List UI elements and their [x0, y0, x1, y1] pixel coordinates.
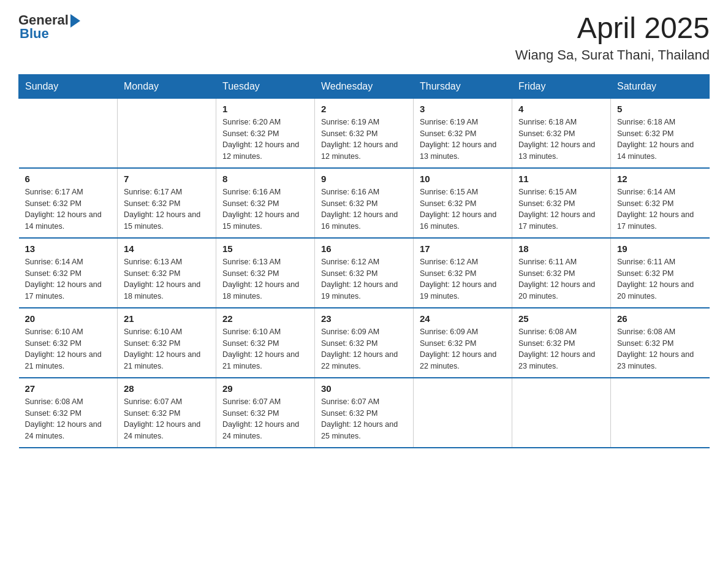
day-number: 18	[518, 243, 604, 254]
cell-week3-day1: 13Sunrise: 6:14 AMSunset: 6:32 PMDayligh…	[19, 238, 118, 308]
day-info: Sunrise: 6:08 AMSunset: 6:32 PMDaylight:…	[25, 396, 112, 442]
cell-week2-day5: 10Sunrise: 6:15 AMSunset: 6:32 PMDayligh…	[414, 168, 512, 238]
day-info: Sunrise: 6:18 AMSunset: 6:32 PMDaylight:…	[617, 117, 703, 163]
day-info: Sunrise: 6:15 AMSunset: 6:32 PMDaylight:…	[518, 186, 604, 232]
week-row-4: 20Sunrise: 6:10 AMSunset: 6:32 PMDayligh…	[19, 308, 710, 378]
day-info: Sunrise: 6:09 AMSunset: 6:32 PMDaylight:…	[321, 326, 407, 372]
day-info: Sunrise: 6:10 AMSunset: 6:32 PMDaylight:…	[222, 326, 308, 372]
cell-week5-day2: 28Sunrise: 6:07 AMSunset: 6:32 PMDayligh…	[118, 378, 216, 448]
cell-week2-day4: 9Sunrise: 6:16 AMSunset: 6:32 PMDaylight…	[315, 168, 414, 238]
header-saturday: Saturday	[611, 74, 710, 98]
page-title: April 2025	[515, 12, 710, 45]
day-number: 26	[617, 313, 703, 324]
calendar-body: 1Sunrise: 6:20 AMSunset: 6:32 PMDaylight…	[19, 98, 710, 448]
cell-week4-day3: 22Sunrise: 6:10 AMSunset: 6:32 PMDayligh…	[216, 308, 315, 378]
cell-week1-day3: 1Sunrise: 6:20 AMSunset: 6:32 PMDaylight…	[216, 98, 315, 168]
day-number: 20	[25, 313, 112, 324]
header-thursday: Thursday	[414, 74, 512, 98]
logo-text-blue: Blue	[20, 26, 49, 42]
day-info: Sunrise: 6:13 AMSunset: 6:32 PMDaylight:…	[222, 256, 308, 302]
cell-week3-day6: 18Sunrise: 6:11 AMSunset: 6:32 PMDayligh…	[512, 238, 611, 308]
day-info: Sunrise: 6:16 AMSunset: 6:32 PMDaylight:…	[222, 186, 308, 232]
cell-week1-day6: 4Sunrise: 6:18 AMSunset: 6:32 PMDaylight…	[512, 98, 611, 168]
day-number: 29	[222, 383, 308, 394]
calendar-table: SundayMondayTuesdayWednesdayThursdayFrid…	[18, 74, 710, 448]
day-number: 13	[25, 243, 112, 254]
day-info: Sunrise: 6:17 AMSunset: 6:32 PMDaylight:…	[25, 186, 112, 232]
logo-arrow-icon	[70, 14, 80, 28]
day-info: Sunrise: 6:13 AMSunset: 6:32 PMDaylight:…	[124, 256, 210, 302]
day-number: 22	[222, 313, 308, 324]
day-number: 3	[420, 104, 506, 114]
week-row-3: 13Sunrise: 6:14 AMSunset: 6:32 PMDayligh…	[19, 238, 710, 308]
day-number: 2	[321, 104, 407, 114]
day-info: Sunrise: 6:19 AMSunset: 6:32 PMDaylight:…	[420, 117, 506, 163]
day-number: 4	[518, 104, 604, 114]
header-monday: Monday	[118, 74, 216, 98]
day-number: 19	[617, 243, 703, 254]
cell-week5-day3: 29Sunrise: 6:07 AMSunset: 6:32 PMDayligh…	[216, 378, 315, 448]
day-number: 21	[124, 313, 210, 324]
day-info: Sunrise: 6:10 AMSunset: 6:32 PMDaylight:…	[124, 326, 210, 372]
day-info: Sunrise: 6:11 AMSunset: 6:32 PMDaylight:…	[617, 256, 703, 302]
week-row-1: 1Sunrise: 6:20 AMSunset: 6:32 PMDaylight…	[19, 98, 710, 168]
title-section: April 2025 Wiang Sa, Surat Thani, Thaila…	[515, 12, 710, 63]
cell-week2-day7: 12Sunrise: 6:14 AMSunset: 6:32 PMDayligh…	[611, 168, 710, 238]
cell-week1-day2	[118, 98, 216, 168]
day-info: Sunrise: 6:12 AMSunset: 6:32 PMDaylight:…	[321, 256, 407, 302]
calendar-header-row: SundayMondayTuesdayWednesdayThursdayFrid…	[19, 74, 710, 98]
cell-week2-day6: 11Sunrise: 6:15 AMSunset: 6:32 PMDayligh…	[512, 168, 611, 238]
day-info: Sunrise: 6:16 AMSunset: 6:32 PMDaylight:…	[321, 186, 407, 232]
page-header: General Blue April 2025 Wiang Sa, Surat …	[18, 12, 710, 63]
day-info: Sunrise: 6:20 AMSunset: 6:32 PMDaylight:…	[222, 117, 308, 163]
cell-week4-day6: 25Sunrise: 6:08 AMSunset: 6:32 PMDayligh…	[512, 308, 611, 378]
day-info: Sunrise: 6:17 AMSunset: 6:32 PMDaylight:…	[124, 186, 210, 232]
cell-week3-day5: 17Sunrise: 6:12 AMSunset: 6:32 PMDayligh…	[414, 238, 512, 308]
cell-week4-day1: 20Sunrise: 6:10 AMSunset: 6:32 PMDayligh…	[19, 308, 118, 378]
cell-week1-day4: 2Sunrise: 6:19 AMSunset: 6:32 PMDaylight…	[315, 98, 414, 168]
cell-week4-day4: 23Sunrise: 6:09 AMSunset: 6:32 PMDayligh…	[315, 308, 414, 378]
cell-week5-day5	[414, 378, 512, 448]
day-info: Sunrise: 6:07 AMSunset: 6:32 PMDaylight:…	[124, 396, 210, 442]
cell-week3-day3: 15Sunrise: 6:13 AMSunset: 6:32 PMDayligh…	[216, 238, 315, 308]
day-number: 25	[518, 313, 604, 324]
day-info: Sunrise: 6:14 AMSunset: 6:32 PMDaylight:…	[617, 186, 703, 232]
header-friday: Friday	[512, 74, 611, 98]
cell-week1-day1	[19, 98, 118, 168]
cell-week4-day5: 24Sunrise: 6:09 AMSunset: 6:32 PMDayligh…	[414, 308, 512, 378]
cell-week4-day2: 21Sunrise: 6:10 AMSunset: 6:32 PMDayligh…	[118, 308, 216, 378]
day-info: Sunrise: 6:07 AMSunset: 6:32 PMDaylight:…	[321, 396, 407, 442]
cell-week5-day7	[611, 378, 710, 448]
cell-week3-day2: 14Sunrise: 6:13 AMSunset: 6:32 PMDayligh…	[118, 238, 216, 308]
day-number: 9	[321, 174, 407, 184]
day-info: Sunrise: 6:07 AMSunset: 6:32 PMDaylight:…	[222, 396, 308, 442]
cell-week2-day3: 8Sunrise: 6:16 AMSunset: 6:32 PMDaylight…	[216, 168, 315, 238]
day-number: 7	[124, 174, 210, 184]
cell-week5-day4: 30Sunrise: 6:07 AMSunset: 6:32 PMDayligh…	[315, 378, 414, 448]
day-number: 12	[617, 174, 703, 184]
day-info: Sunrise: 6:11 AMSunset: 6:32 PMDaylight:…	[518, 256, 604, 302]
day-number: 6	[25, 174, 112, 184]
day-info: Sunrise: 6:18 AMSunset: 6:32 PMDaylight:…	[518, 117, 604, 163]
day-number: 5	[617, 104, 703, 114]
day-number: 8	[222, 174, 308, 184]
cell-week5-day1: 27Sunrise: 6:08 AMSunset: 6:32 PMDayligh…	[19, 378, 118, 448]
cell-week3-day7: 19Sunrise: 6:11 AMSunset: 6:32 PMDayligh…	[611, 238, 710, 308]
header-sunday: Sunday	[19, 74, 118, 98]
day-info: Sunrise: 6:19 AMSunset: 6:32 PMDaylight:…	[321, 117, 407, 163]
week-row-2: 6Sunrise: 6:17 AMSunset: 6:32 PMDaylight…	[19, 168, 710, 238]
day-info: Sunrise: 6:09 AMSunset: 6:32 PMDaylight:…	[420, 326, 506, 372]
logo: General Blue	[18, 12, 80, 42]
cell-week2-day2: 7Sunrise: 6:17 AMSunset: 6:32 PMDaylight…	[118, 168, 216, 238]
day-number: 10	[420, 174, 506, 184]
cell-week1-day5: 3Sunrise: 6:19 AMSunset: 6:32 PMDaylight…	[414, 98, 512, 168]
day-number: 15	[222, 243, 308, 254]
day-number: 17	[420, 243, 506, 254]
header-wednesday: Wednesday	[315, 74, 414, 98]
cell-week5-day6	[512, 378, 611, 448]
day-number: 30	[321, 383, 407, 394]
day-info: Sunrise: 6:10 AMSunset: 6:32 PMDaylight:…	[25, 326, 112, 372]
day-number: 16	[321, 243, 407, 254]
cell-week1-day7: 5Sunrise: 6:18 AMSunset: 6:32 PMDaylight…	[611, 98, 710, 168]
day-number: 1	[222, 104, 308, 114]
